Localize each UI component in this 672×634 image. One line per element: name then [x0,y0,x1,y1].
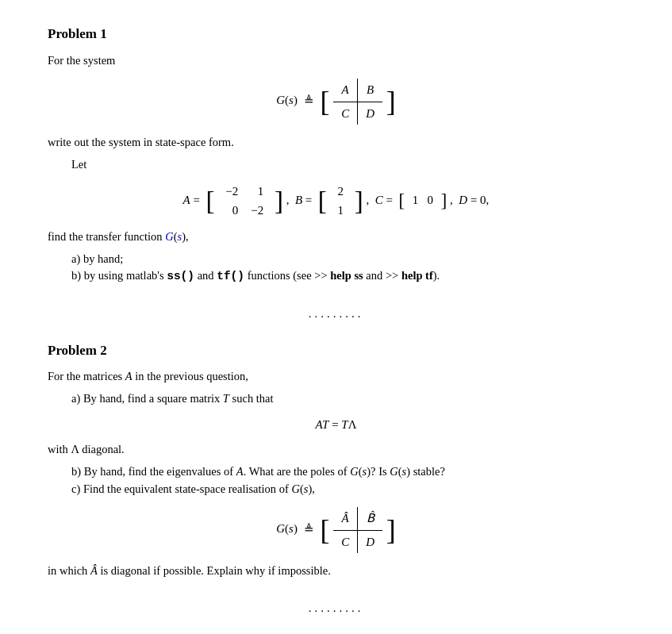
write-text: write out the system in state-space form… [48,134,624,152]
p2-part-c: c) Find the equivalent state-space reali… [71,481,624,498]
at-eq: AT = TΛ [48,416,624,434]
separator-2: ········· [48,602,624,621]
matrix-definitions: A = [ −2 1 0 −2 ] , B = [ 2 1 ] , C = [ … [48,182,624,221]
problem-1: Problem 1 For the system G(s) ≜ [ A B C … [48,24,624,286]
problem-2-title: Problem 2 [48,340,624,361]
let-text: Let [71,156,624,174]
problem-1-title: Problem 1 [48,24,624,44]
problem-2: Problem 2 For the matrices A in the prev… [48,340,624,581]
problem-2-system-eq: G(s) ≜ [ Â B̂ C D ] [48,507,624,553]
problem-1-intro: For the system [48,52,624,70]
part-a-p1: a) by hand; [71,251,624,268]
p2-part-a-intro: a) By hand, find a square matrix T such … [71,390,624,408]
p2-explain: in which Â is diagonal if possible. Expl… [48,563,624,580]
part-b-p1: b) by using matlab's ss() and tf() funct… [71,267,624,286]
problem-2-intro: For the matrices A in the previous quest… [48,368,624,386]
p2-with-lambda: with Λ diagonal. [48,441,624,459]
separator-1: ········· [48,308,624,326]
p2-part-b: b) By hand, find the eigenvalues of A. W… [71,463,624,481]
problem-1-system-eq: G(s) ≜ [ A B C D ] [48,79,624,125]
find-text: find the transfer function G(s), [48,229,624,246]
